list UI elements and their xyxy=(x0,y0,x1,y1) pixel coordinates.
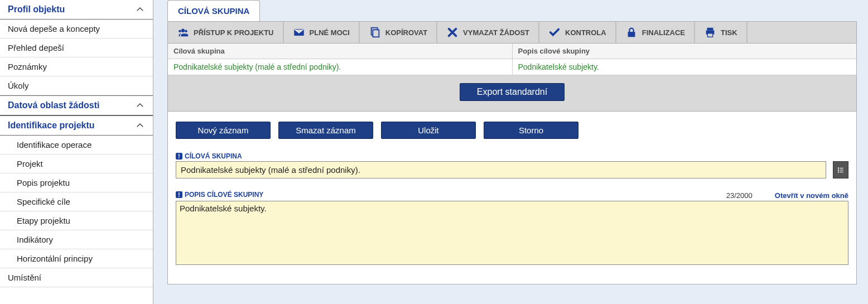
sidebar: Profil objektu Nová depeše a koncepty Př… xyxy=(0,0,153,304)
table-cell: Podnikatelské subjekty (malé a střední p… xyxy=(168,59,513,75)
sidebar-item[interactable]: Indikátory xyxy=(0,230,153,249)
sidebar-header-label: Profil objektu xyxy=(8,4,65,15)
sidebar-item[interactable]: Projekt xyxy=(0,155,153,173)
new-record-button[interactable]: Nový záznam xyxy=(176,122,271,139)
sidebar-item[interactable]: Umístění xyxy=(0,268,153,287)
chevron-up-icon xyxy=(135,4,145,15)
main-content: CÍLOVÁ SKUPINA PŘÍSTUP K PROJEKTU PLNÉ M… xyxy=(167,0,868,304)
sidebar-item[interactable]: Přehled depeší xyxy=(0,38,153,57)
toolbar-label: PŘÍSTUP K PROJEKTU xyxy=(194,28,274,37)
sidebar-header-datova[interactable]: Datová oblast žádosti xyxy=(0,95,153,115)
group-field-label: ! CÍLOVÁ SKUPINA xyxy=(176,152,848,160)
toolbar: PŘÍSTUP K PROJEKTU PLNÉ MOCI KOPÍROVAT V… xyxy=(167,21,857,44)
svg-rect-2 xyxy=(628,32,635,37)
sidebar-item[interactable]: Úkoly xyxy=(0,76,153,95)
copy-icon xyxy=(369,26,381,38)
cancel-button[interactable]: Storno xyxy=(484,122,578,139)
chevron-up-icon xyxy=(135,120,145,131)
desc-field-label: ! POPIS CÍLOVÉ SKUPINY xyxy=(176,191,263,199)
export-button[interactable]: Export standardní xyxy=(460,83,565,101)
svg-rect-7 xyxy=(840,167,843,168)
toolbar-delete[interactable]: VYMAZAT ŽÁDOST xyxy=(437,22,539,43)
toolbar-finalize[interactable]: FINALIZACE xyxy=(616,22,695,43)
print-icon xyxy=(704,26,716,38)
table-header[interactable]: Cílová skupina xyxy=(168,44,513,59)
delete-record-button[interactable]: Smazat záznam xyxy=(278,122,373,139)
sidebar-header-label: Datová oblast žádosti xyxy=(8,100,99,110)
table-row[interactable]: Podnikatelské subjekty (malé a střední p… xyxy=(168,59,856,75)
sidebar-header-profil[interactable]: Profil objektu xyxy=(0,0,153,20)
data-table: Cílová skupina Popis cílové skupiny Podn… xyxy=(168,44,856,75)
toolbar-label: PLNÉ MOCI xyxy=(310,28,350,37)
toolbar-power[interactable]: PLNÉ MOCI xyxy=(284,22,360,43)
sidebar-item[interactable]: Identifikace operace xyxy=(0,136,153,155)
toolbar-label: KONTROLA xyxy=(565,28,606,37)
toolbar-label: FINALIZACE xyxy=(642,28,685,37)
target-group-input[interactable] xyxy=(176,161,826,178)
sidebar-item[interactable]: Nová depeše a koncepty xyxy=(0,20,153,38)
svg-point-6 xyxy=(838,167,839,168)
svg-point-8 xyxy=(838,169,839,170)
toolbar-label: TISK xyxy=(721,28,737,37)
svg-rect-5 xyxy=(707,33,712,37)
toolbar-print[interactable]: TISK xyxy=(695,22,748,43)
tab-cilova-skupina[interactable]: CÍLOVÁ SKUPINA xyxy=(167,0,260,21)
toolbar-label: VYMAZAT ŽÁDOST xyxy=(463,28,529,37)
sidebar-item[interactable]: Horizontální principy xyxy=(0,249,153,268)
people-icon xyxy=(177,26,189,38)
list-icon xyxy=(837,166,845,174)
table-cell: Podnikatelské subjekty. xyxy=(513,59,857,75)
required-icon: ! xyxy=(176,191,182,198)
toolbar-access[interactable]: PŘÍSTUP K PROJEKTU xyxy=(168,22,284,43)
char-counter: 23/2000 xyxy=(726,191,753,200)
svg-rect-11 xyxy=(840,171,843,172)
tab-strip: CÍLOVÁ SKUPINA xyxy=(167,0,857,21)
toolbar-copy[interactable]: KOPÍROVAT xyxy=(360,22,437,43)
sidebar-item[interactable]: Specifické cíle xyxy=(0,192,153,211)
table-header[interactable]: Popis cílové skupiny xyxy=(513,44,857,59)
save-button[interactable]: Uložit xyxy=(381,122,476,139)
svg-rect-1 xyxy=(373,30,379,37)
chevron-up-icon xyxy=(135,100,145,110)
svg-rect-3 xyxy=(707,28,713,31)
form-area: Nový záznam Smazat záznam Uložit Storno … xyxy=(167,112,857,284)
check-icon xyxy=(548,26,561,38)
table-area: Cílová skupina Popis cílové skupiny Podn… xyxy=(167,44,857,112)
open-new-window-link[interactable]: Otevřít v novém okně xyxy=(775,191,848,200)
sidebar-header-identifikace[interactable]: Identifikace projektu xyxy=(0,115,153,136)
sidebar-item[interactable]: Etapy projektu xyxy=(0,211,153,230)
toolbar-label: KOPÍROVAT xyxy=(385,28,427,37)
sidebar-header-label: Identifikace projektu xyxy=(8,120,95,131)
mail-icon xyxy=(293,26,305,38)
x-icon xyxy=(446,26,459,38)
sidebar-item[interactable]: Poznámky xyxy=(0,57,153,76)
svg-point-10 xyxy=(838,171,839,172)
list-picker-button[interactable] xyxy=(833,161,848,178)
sidebar-item[interactable]: Popis projektu xyxy=(0,173,153,192)
required-icon: ! xyxy=(176,153,182,160)
table-header-row: Cílová skupina Popis cílové skupiny xyxy=(168,44,856,59)
svg-rect-9 xyxy=(840,170,843,170)
lock-icon xyxy=(625,26,638,38)
target-group-desc-textarea[interactable] xyxy=(176,201,848,265)
toolbar-check[interactable]: KONTROLA xyxy=(539,22,616,43)
